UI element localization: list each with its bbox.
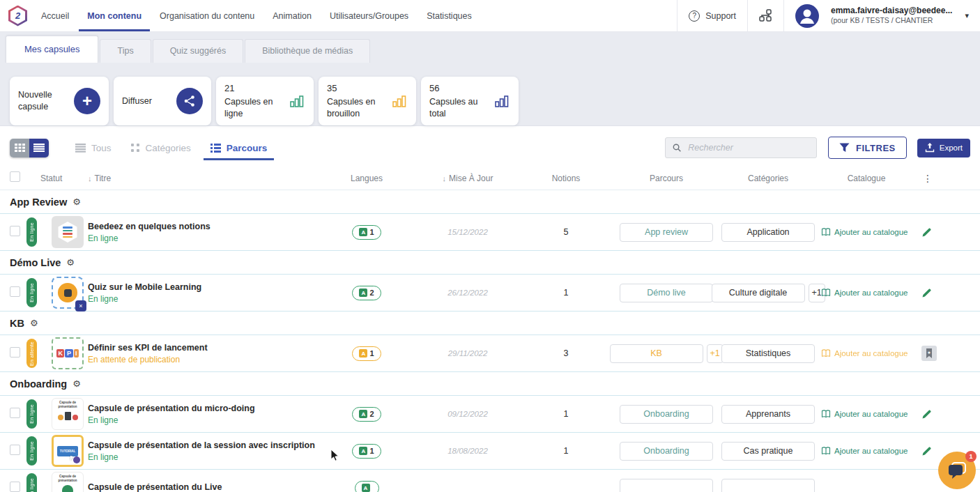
category-chip[interactable]: Application	[721, 223, 815, 242]
grid-view-button[interactable]	[10, 139, 29, 157]
diffuse-card[interactable]: Diffuser	[114, 77, 211, 125]
parcours-chip[interactable]: Onboarding	[620, 442, 713, 461]
row-checkbox[interactable]	[10, 286, 20, 297]
header-statut[interactable]: Statut	[26, 174, 88, 183]
nav-utilisateurs-groupes[interactable]: Utilisateurs/Groupes	[330, 0, 408, 31]
capsule-title[interactable]: Quiz sur le Mobile Learning	[88, 282, 318, 292]
category-chip[interactable]: Statistiques	[721, 344, 815, 363]
support-button[interactable]: ? Support	[677, 0, 747, 31]
header-categories[interactable]: Catégories	[721, 174, 816, 183]
parcours-chip[interactable]: Démo live	[620, 284, 713, 302]
nav-animation[interactable]: Animation	[273, 0, 312, 31]
capsule-thumbnail[interactable]: Capsule de présentation	[52, 398, 84, 430]
capsule-title[interactable]: Définir ses KPI de lancement	[88, 343, 318, 353]
languages-badge[interactable]: A2	[352, 286, 381, 300]
languages-badge[interactable]: A1	[352, 444, 381, 459]
parcours-chip[interactable]: Onboarding	[620, 405, 713, 424]
row-checkbox[interactable]	[10, 482, 20, 492]
stat-card-total[interactable]: 56 Capsules au total	[421, 77, 519, 125]
user-menu[interactable]: emma.faivre-daisay@beedee... (pour KB / …	[783, 0, 980, 31]
edit-icon[interactable]	[921, 446, 932, 456]
tab-mes-capsules[interactable]: Mes capsules	[6, 36, 98, 63]
header-parcours[interactable]: Parcours	[612, 174, 721, 183]
stat-card-draft[interactable]: 35 Capsules en brouillon	[319, 77, 416, 125]
capsule-title[interactable]: Capsule de présentation de la session av…	[88, 440, 318, 450]
languages-badge[interactable]: A1	[352, 225, 381, 240]
nav-accueil[interactable]: Accueil	[41, 0, 69, 31]
list-view-button[interactable]	[29, 139, 49, 157]
parcours-chip[interactable]: App review	[620, 223, 713, 242]
nav-mon-contenu[interactable]: Mon contenu	[87, 0, 141, 31]
capsule-thumbnail[interactable]: KPI	[52, 337, 84, 369]
capsule-title[interactable]: Capsule de présentation du micro-doing	[88, 403, 318, 413]
stat-card-online[interactable]: 21 Capsules en ligne	[216, 77, 314, 125]
add-to-catalog-link[interactable]: Ajouter au catalogue	[816, 349, 917, 358]
tab-quiz-suggeres[interactable]: Quiz suggérés	[153, 39, 244, 63]
header-catalogue[interactable]: Catalogue	[816, 174, 917, 183]
content-band: Mes capsules Tips Quiz suggérés Biblioth…	[0, 32, 980, 126]
gear-icon[interactable]: ⚙	[72, 378, 81, 389]
notions-count: 1	[520, 409, 612, 419]
row-checkbox[interactable]	[10, 445, 20, 455]
tab-tips[interactable]: Tips	[100, 39, 151, 63]
group-header-kb: KB ⚙	[0, 312, 980, 335]
add-to-catalog-link[interactable]: Ajouter au catalogue	[816, 410, 917, 418]
row-checkbox[interactable]	[10, 347, 20, 358]
close-icon[interactable]: ×	[75, 300, 86, 312]
gear-icon[interactable]: ⚙	[30, 318, 38, 328]
filters-button[interactable]: FILTRES	[828, 137, 907, 159]
filter-parcours[interactable]: Parcours	[210, 143, 268, 153]
edit-icon[interactable]	[921, 227, 932, 238]
hierarchy-button[interactable]	[747, 0, 783, 31]
total-count: 56	[429, 82, 489, 95]
beedeez-logo-icon[interactable]: 2	[8, 6, 27, 26]
gear-icon[interactable]: ⚙	[72, 197, 81, 207]
add-to-catalog-link[interactable]: Ajouter au catalogue	[816, 228, 917, 236]
capsule-thumbnail[interactable]: TUTORIAL	[52, 435, 84, 467]
parcours-chip[interactable]: KB	[610, 344, 703, 363]
status-pill: En ligne	[26, 473, 37, 492]
table-row: En ligne TUTORIAL Capsule de présentatio…	[0, 433, 980, 470]
column-menu-icon[interactable]: ⋮	[917, 173, 980, 184]
chat-widget[interactable]: 1	[938, 452, 976, 489]
add-to-catalog-link[interactable]: Ajouter au catalogue	[816, 289, 917, 297]
edit-icon[interactable]	[921, 288, 932, 298]
parcours-chip[interactable]	[620, 479, 713, 492]
select-all-checkbox[interactable]	[10, 171, 20, 182]
capsule-title[interactable]: Capsule de présentation du Live	[88, 482, 318, 492]
row-checkbox[interactable]	[10, 408, 20, 418]
sort-down-icon: ↓	[88, 174, 92, 183]
languages-badge[interactable]: A	[355, 481, 379, 492]
capsules-table: Statut ↓Titre Langues ↓Mise À Jour Notio…	[0, 167, 980, 492]
category-chip[interactable]: Apprenants	[721, 405, 815, 424]
tab-bibliotheque-medias[interactable]: Bibliothèque de médias	[245, 39, 370, 63]
status-pill: En ligne	[26, 399, 37, 429]
header-titre[interactable]: ↓Titre	[88, 174, 318, 183]
bookmark-icon[interactable]: ★	[921, 346, 937, 361]
nav-organisation-du-contenu[interactable]: Organisation du contenu	[160, 0, 254, 31]
row-checkbox[interactable]	[10, 226, 20, 236]
category-chip[interactable]	[721, 479, 815, 492]
languages-badge[interactable]: A1	[352, 346, 381, 361]
add-to-catalog-link[interactable]: Ajouter au catalogue	[816, 447, 917, 455]
filter-categories[interactable]: Catégories	[131, 143, 191, 153]
table-row: En ligne Beedeez en quelques notions En …	[0, 213, 980, 251]
capsule-thumbnail[interactable]	[52, 216, 84, 248]
export-button[interactable]: Export	[917, 139, 970, 157]
capsule-thumbnail[interactable]: ×	[52, 277, 84, 309]
header-mise-a-jour[interactable]: ↓Mise À Jour	[415, 174, 520, 183]
category-chip[interactable]: Culture digitale	[712, 284, 805, 302]
capsule-title[interactable]: Beedeez en quelques notions	[88, 222, 318, 231]
languages-badge[interactable]: A2	[352, 407, 381, 422]
nav-statistiques[interactable]: Statistiques	[427, 0, 472, 31]
filter-tous[interactable]: Tous	[75, 143, 112, 153]
gear-icon[interactable]: ⚙	[66, 257, 75, 268]
header-langues[interactable]: Langues	[318, 174, 415, 183]
search-input[interactable]	[687, 142, 809, 153]
capsule-thumbnail[interactable]: Capsule de présentation	[52, 472, 84, 492]
new-capsule-card[interactable]: Nouvelle capsule +	[10, 77, 109, 125]
bar-chart-icon	[391, 93, 408, 109]
category-chip[interactable]: Cas pratique	[721, 442, 815, 461]
header-notions[interactable]: Notions	[520, 174, 612, 183]
edit-icon[interactable]	[921, 409, 932, 420]
